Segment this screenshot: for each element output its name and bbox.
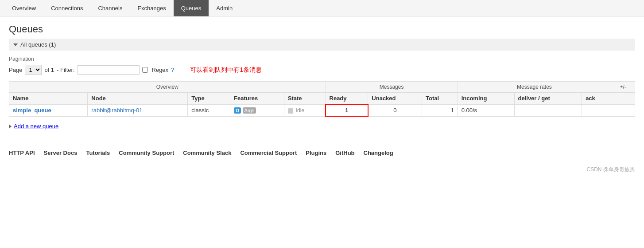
- footer-link-commercial-support[interactable]: Commercial Support: [240, 150, 297, 156]
- add-queue-section: Add a new queue: [9, 123, 635, 130]
- of-label: of 1: [44, 67, 54, 73]
- col-ack: ack: [582, 93, 611, 105]
- footer-link-tutorials[interactable]: Tutorials: [86, 150, 110, 156]
- col-incoming: incoming: [458, 93, 514, 105]
- footer-link-plugins[interactable]: Plugins: [306, 150, 326, 156]
- queue-table: Overview Messages Message rates +/- Name…: [9, 81, 635, 117]
- main-content: Queues All queues (1) Pagination Page 1 …: [0, 16, 644, 144]
- cell-type: classic: [188, 104, 230, 116]
- col-node: Node: [88, 93, 188, 105]
- nav-tab-channels[interactable]: Channels: [90, 0, 130, 16]
- nav-tab-admin[interactable]: Admin: [209, 0, 240, 16]
- col-features: Features: [230, 93, 284, 105]
- group-header-messages: Messages: [326, 82, 458, 93]
- expand-icon[interactable]: [9, 124, 12, 129]
- queue-name-link[interactable]: simple_queue: [13, 107, 51, 114]
- annotation-text: 可以看到队列中有1条消息: [190, 66, 262, 74]
- section-header: All queues (1): [9, 39, 635, 51]
- footer: HTTP APIServer DocsTutorialsCommunity Su…: [0, 144, 644, 161]
- filter-input[interactable]: [78, 65, 140, 75]
- filter-label: - Filter:: [57, 67, 74, 73]
- add-queue-link[interactable]: Add a new queue: [14, 123, 58, 130]
- col-header-row: Name Node Type Features State Ready Unac…: [9, 93, 635, 105]
- regex-help[interactable]: ?: [171, 67, 174, 73]
- footer-link-community-support[interactable]: Community Support: [119, 150, 174, 156]
- cell-extra: [611, 104, 635, 116]
- cell-features: D Args: [230, 104, 284, 116]
- page-text: Page: [9, 67, 22, 73]
- cell-unacked: 0: [368, 104, 422, 116]
- footer-link-community-slack[interactable]: Community Slack: [183, 150, 231, 156]
- nav-tabs: OverviewConnectionsChannelsExchangesQueu…: [0, 0, 644, 16]
- cell-ack: [582, 104, 611, 116]
- collapse-icon[interactable]: [13, 43, 18, 46]
- nav-tab-overview[interactable]: Overview: [4, 0, 43, 16]
- watermark: CSDN @单身贵族男: [0, 161, 644, 178]
- col-total: Total: [422, 93, 458, 105]
- group-header-message-rates: Message rates: [458, 82, 611, 93]
- cell-node: rabbit@rabbitmq-01: [88, 104, 188, 116]
- group-header-row: Overview Messages Message rates +/-: [9, 82, 635, 93]
- footer-link-github[interactable]: GitHub: [335, 150, 354, 156]
- cell-name: simple_queue: [9, 104, 88, 116]
- col-ready: Ready: [326, 93, 368, 105]
- nav-tab-queues[interactable]: Queues: [174, 0, 209, 16]
- state-label: idle: [296, 107, 304, 114]
- pagination-label: Pagination: [9, 56, 635, 62]
- regex-checkbox[interactable]: [142, 67, 148, 73]
- badge-d: D: [234, 107, 241, 114]
- pagination-controls: Page 1 of 1 - Filter: Regex ? 可以看到队列中有1条…: [9, 65, 635, 75]
- footer-link-changelog[interactable]: Changelog: [364, 150, 393, 156]
- col-type: Type: [188, 93, 230, 105]
- page-title: Queues: [9, 24, 635, 35]
- cell-total: 1: [422, 104, 458, 116]
- cell-incoming: 0.00/s: [458, 104, 514, 116]
- section-label: All queues (1): [20, 41, 56, 48]
- pagination-section: Pagination Page 1 of 1 - Filter: Regex ?…: [9, 56, 635, 75]
- group-header-plusminus[interactable]: +/-: [611, 82, 635, 93]
- col-actions: [611, 93, 635, 105]
- col-deliver-get: deliver / get: [514, 93, 582, 105]
- regex-label: Regex: [152, 67, 169, 73]
- footer-link-server-docs[interactable]: Server Docs: [44, 150, 78, 156]
- page-select[interactable]: 1: [25, 65, 42, 75]
- badge-args: Args: [243, 107, 256, 114]
- col-name: Name: [9, 93, 88, 105]
- table-row: simple_queue rabbit@rabbitmq-01 classic …: [9, 104, 635, 116]
- cell-deliver-get: [514, 104, 582, 116]
- col-unacked: Unacked: [368, 93, 422, 105]
- col-state: State: [284, 93, 326, 105]
- nav-tab-connections[interactable]: Connections: [43, 0, 90, 16]
- footer-link-http-api[interactable]: HTTP API: [9, 150, 35, 156]
- nav-tab-exchanges[interactable]: Exchanges: [130, 0, 173, 16]
- cell-state: idle: [284, 104, 326, 116]
- state-icon: [288, 108, 293, 114]
- cell-ready: 1: [326, 104, 368, 116]
- group-header-overview: Overview: [9, 82, 326, 93]
